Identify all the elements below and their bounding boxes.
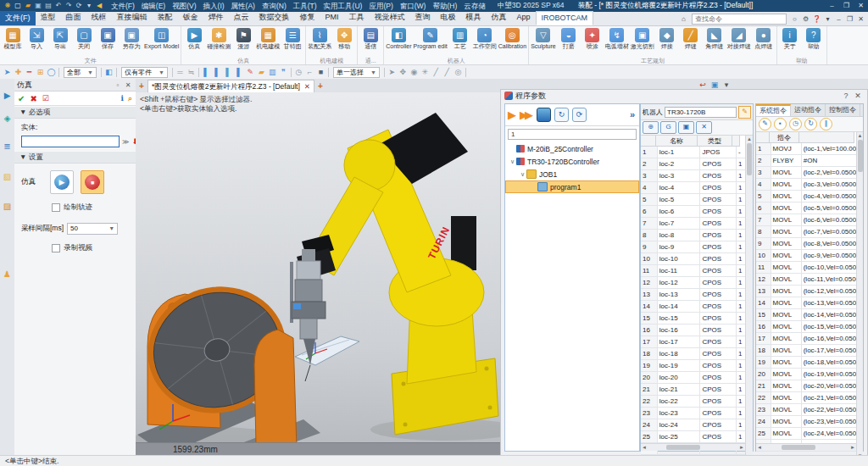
redo-icon[interactable]: ↷ — [64, 0, 74, 12]
ribbon-tab--[interactable]: 焊件 — [203, 11, 229, 25]
align-icon[interactable]: ═ — [175, 65, 186, 79]
table-row[interactable]: 24loc-24CPOS1 — [641, 419, 746, 431]
pick-hand-icon[interactable]: ✥ — [398, 65, 409, 79]
play-simulation-button[interactable]: ▶ — [50, 170, 74, 194]
mechanism-manager-icon[interactable]: ◈ — [2, 114, 13, 123]
solid-manager-icon[interactable]: ▧ — [2, 172, 13, 181]
panel-close-icon[interactable]: ✕ — [123, 81, 133, 89]
entity-filter-3-icon[interactable]: ▌ — [223, 65, 234, 79]
book-icon[interactable]: ▥ — [267, 65, 278, 79]
loop-program-button[interactable]: ↻ — [554, 108, 569, 122]
tree-expand-icon[interactable]: ∨ — [519, 171, 526, 178]
table-row[interactable]: 6loc-6CPOS1 — [641, 206, 746, 218]
tree-item-program1[interactable]: program1 — [505, 180, 639, 193]
mechatronics-button[interactable]: ▦机电建模 — [255, 27, 281, 49]
ribbon-tab--[interactable]: 直接编辑 — [112, 11, 153, 25]
menu-item-7[interactable]: 实用工具(U) — [320, 0, 366, 12]
filter-all-select[interactable]: 全部▼ — [64, 67, 97, 78]
chat-icon[interactable]: ❞ — [278, 65, 289, 79]
run-program-button[interactable]: ▶ — [508, 104, 516, 125]
assembly-relation-button[interactable]: ⌇装配关系 — [307, 27, 332, 49]
table-row[interactable]: 8loc-8CPOS1 — [641, 230, 746, 241]
scroll-left-icon[interactable]: ◄ — [641, 444, 648, 451]
table-row[interactable]: 10MOVL(loc-9,Vel=0.05000,A — [756, 250, 857, 262]
add-box-icon[interactable]: ⊞ — [35, 65, 46, 79]
fillet-weld-button[interactable]: ◣角焊缝 — [703, 27, 726, 49]
menu-item-5[interactable]: 查询(N) — [259, 0, 290, 12]
3d-scene[interactable]: TURIN — [136, 92, 500, 456]
open-file-icon[interactable]: ▰ — [23, 0, 33, 12]
exit-session-icon[interactable]: ↩ — [697, 80, 709, 89]
table-row[interactable]: 6MOVL(loc-5,Vel=0.05000,A — [756, 202, 857, 214]
points-vscrollbar[interactable]: ▲ ▼ — [745, 136, 753, 463]
scroll-thumb[interactable] — [782, 445, 815, 450]
walkthrough-button[interactable]: ⚑漫游 — [231, 27, 255, 49]
play-filter-icon[interactable]: ◉ — [409, 65, 420, 79]
table-row[interactable]: 23MOVL(loc-22,Vel=0.05000,A — [756, 404, 857, 416]
table-row[interactable]: 25MOVL(loc-24,Vel=0.05000,A — [756, 428, 857, 440]
menu-item-4[interactable]: 属性(A) — [228, 0, 259, 12]
controller-button[interactable]: ◧Controller — [385, 27, 412, 49]
display-filter-select[interactable]: 仅有零件▼ — [121, 67, 168, 78]
weld-seam-button[interactable]: ╱焊缝 — [679, 27, 703, 49]
confirm-button[interactable]: ✔ — [18, 94, 25, 103]
announce-icon[interactable]: ◀ — [94, 0, 104, 12]
undo-icon[interactable]: ↶ — [53, 0, 64, 12]
entity-filter-1-icon[interactable]: ▌ — [201, 65, 212, 79]
ribbon-tab-app[interactable]: App — [512, 11, 536, 25]
expand-toolbar-button[interactable]: » — [630, 104, 635, 125]
table-row[interactable]: 15loc-15CPOS1 — [641, 313, 746, 325]
ribbon-tab--[interactable]: 电极 — [436, 11, 461, 25]
table-row[interactable]: 9MOVL(loc-8,Vel=0.05000,A — [756, 238, 857, 250]
arc-additive-button[interactable]: ↯电弧增材 — [604, 27, 630, 49]
simulate-button[interactable]: ▶仿真 — [182, 27, 206, 49]
menu-item-6[interactable]: 工具(T) — [290, 0, 320, 12]
ribbon-tab--[interactable]: 数据交换 — [254, 11, 295, 25]
apply-button[interactable]: ☑ — [42, 94, 49, 103]
cancel-button[interactable]: ✖ — [30, 94, 36, 103]
pin-ribbon-icon[interactable]: ⌂ — [678, 13, 689, 25]
pick-arrow-icon[interactable]: ➤ — [387, 65, 398, 79]
ribbon-tab--[interactable]: 工具 — [344, 11, 370, 25]
display-part-icon[interactable]: ◧ — [103, 65, 114, 79]
select-cursor-icon[interactable]: ➤ — [2, 65, 13, 79]
slash-one-icon[interactable]: ╱ — [431, 65, 442, 79]
menu-item-8[interactable]: 应用(P) — [365, 0, 396, 12]
table-row[interactable]: 21loc-21CPOS1 — [641, 384, 746, 396]
menu-item-11[interactable]: 云存储 — [460, 0, 489, 12]
edit-command-icon[interactable]: ✎ — [759, 118, 771, 130]
welding-button[interactable]: ◆焊接 — [655, 27, 679, 49]
table-row[interactable]: 1MOVJ(loc-1,Vel=100.00000, — [756, 143, 857, 155]
butt-weld-button[interactable]: ◢对接焊缝 — [726, 27, 752, 49]
circle-mode-icon[interactable]: ◎ — [453, 65, 464, 79]
table-row[interactable]: 13loc-13CPOS1 — [641, 289, 746, 301]
table-row[interactable]: 9loc-9CPOS1 — [641, 241, 746, 253]
timer-command-icon[interactable]: ◷ — [789, 118, 802, 130]
table-row[interactable]: 23loc-23CPOS1 — [641, 408, 746, 419]
tree-item-tr30-1720bcontroller[interactable]: ∨TR30-1720BController — [505, 155, 639, 168]
viewport-3d[interactable]: TURIN <Shift +鼠标右键> 显示选择过滤器. <单击右键>获取实体输… — [136, 92, 500, 456]
menu-item-3[interactable]: 插入(I) — [200, 0, 228, 12]
table-row[interactable]: 7MOVL(loc-6,Vel=0.05000,A — [756, 214, 857, 226]
workspace-button[interactable]: ◔工作空间 — [472, 27, 498, 49]
app-logo[interactable]: ❋ — [3, 0, 13, 12]
sculpture-button[interactable]: ▽Sculpture — [530, 27, 557, 49]
ribbon-tab--[interactable]: 点云 — [229, 11, 254, 25]
command-tab-运动指令[interactable]: 运动指令 — [791, 104, 826, 116]
about-button[interactable]: i关于 — [778, 27, 802, 49]
table-row[interactable]: 14MOVL(loc-13,Vel=0.05000,A — [756, 297, 857, 309]
settings-gear-icon[interactable]: ⚙ — [800, 13, 811, 25]
simulate-manager-icon[interactable]: ▶ — [2, 91, 13, 100]
table-row[interactable]: 14loc-14CPOS1 — [641, 301, 746, 313]
menu-item-0[interactable]: 文件(F) — [108, 0, 138, 12]
history-icon[interactable]: ◷ — [293, 65, 304, 79]
process-button[interactable]: ▥工艺 — [448, 27, 472, 49]
restore-window-button[interactable]: ❐ — [839, 0, 854, 12]
tree-item-m-20ib_25controller[interactable]: M-20iB_25Controller — [505, 142, 639, 155]
ribbon-tab--[interactable]: 钣金 — [178, 11, 203, 25]
table-row[interactable]: 2FLYBY#ON — [756, 155, 857, 167]
ribbon-tab--f-[interactable]: 文件(F) — [0, 11, 36, 25]
panel-restore-icon[interactable]: ▫ — [113, 81, 123, 89]
commands-vscrollbar[interactable]: ▲ ▼ — [856, 132, 863, 459]
scroll-thumb[interactable] — [747, 143, 752, 175]
